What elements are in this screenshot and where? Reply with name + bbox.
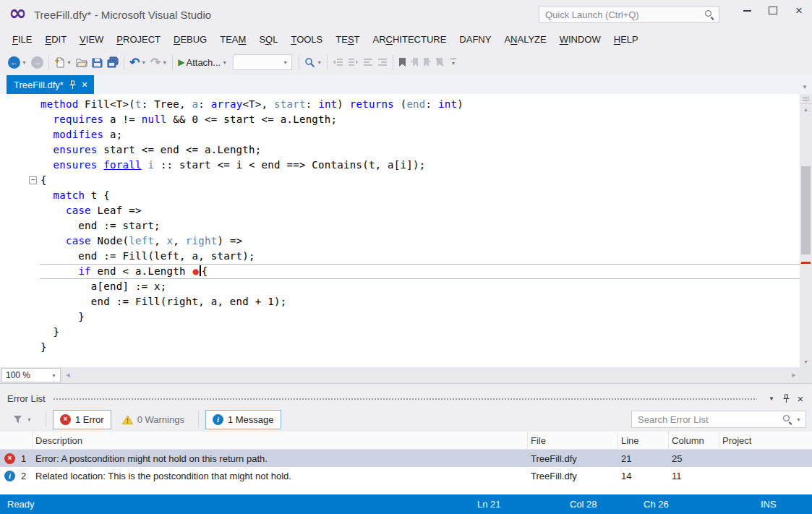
code-line[interactable]: −{ (0, 173, 800, 188)
menu-sql[interactable]: SQL (252, 30, 284, 48)
code-line[interactable]: case Node(left, x, right) => (0, 234, 800, 249)
attach-button[interactable]: ▶ Attach... ▼ (176, 53, 229, 72)
vertical-scrollbar-thumb[interactable] (801, 166, 811, 254)
toolbar-options-button[interactable]: ▼ (450, 59, 456, 66)
error-list-search-box[interactable]: ▼ (631, 411, 806, 428)
pin-icon[interactable] (779, 394, 793, 403)
menu-file[interactable]: FILE (6, 30, 38, 48)
menu-project[interactable]: PROJECT (110, 30, 167, 48)
new-file-button[interactable]: ▼ (52, 53, 74, 72)
code-line[interactable]: ensures forall i :: start <= i < end ==>… (0, 158, 800, 173)
chevron-down-icon[interactable]: ▼ (796, 417, 801, 422)
save-button[interactable] (90, 53, 105, 72)
toggle-bookmark-button[interactable] (396, 53, 409, 72)
quick-launch-box[interactable] (539, 6, 719, 23)
file-column-header[interactable]: File (528, 432, 618, 449)
code-line[interactable]: ensures start <= end <= a.Length; (0, 142, 800, 158)
undo-button[interactable]: ↶ ▼ (127, 53, 148, 72)
find-in-files-button[interactable]: ▼ (302, 53, 324, 72)
menu-test[interactable]: TEST (329, 30, 366, 48)
decrease-indent-button[interactable] (330, 53, 346, 72)
menu-debug[interactable]: DEBUG (167, 30, 213, 48)
next-bookmark-button[interactable] (421, 53, 433, 72)
menu-architecture[interactable]: ARCHITECTURE (367, 30, 453, 48)
close-panel-icon[interactable]: × (793, 393, 808, 405)
menu-help[interactable]: HELP (607, 30, 645, 48)
current-code-line[interactable]: if end < a.Length ●{ (0, 264, 800, 279)
fold-collapse-icon[interactable]: − (29, 176, 37, 184)
redo-button[interactable]: ↷ ▼ (148, 53, 169, 72)
code-line[interactable]: } (0, 340, 800, 355)
error-list-header[interactable]: Error List ▼ × (0, 390, 812, 407)
tab-close-icon[interactable]: × (82, 80, 87, 90)
maximize-button[interactable] (760, 0, 786, 21)
code-line[interactable]: } (0, 325, 800, 340)
scroll-left-icon[interactable]: ◀ (62, 367, 74, 383)
scroll-up-icon[interactable]: ▲ (800, 104, 812, 115)
description-column-header[interactable]: Description (33, 432, 528, 449)
code-line[interactable]: match t { (0, 188, 800, 203)
code-line[interactable]: end := Fill(right, a, end + 1); (0, 294, 800, 309)
line-column-header[interactable]: Line (618, 432, 669, 449)
error-list-search-input[interactable] (636, 414, 779, 426)
editor-split-handle[interactable] (800, 94, 812, 104)
horizontal-scrollbar[interactable] (74, 367, 788, 383)
save-all-button[interactable] (105, 53, 121, 72)
code-line[interactable]: end := start; (0, 218, 800, 234)
minimize-button[interactable] (734, 0, 760, 21)
tab-list-icon[interactable]: ▼ (802, 84, 808, 90)
menu-team[interactable]: TEAM (213, 30, 252, 48)
scroll-down-icon[interactable]: ▼ (800, 356, 812, 367)
chevron-down-icon[interactable]: ▼ (22, 60, 27, 65)
menu-view[interactable]: VIEW (73, 30, 110, 48)
pin-icon[interactable] (69, 80, 76, 90)
zoom-combo[interactable]: 100 % ▼ (1, 368, 61, 382)
code-editor[interactable]: method Fill<T>(t: Tree, a: array<T>, sta… (0, 94, 812, 367)
panel-splitter[interactable] (0, 383, 812, 390)
navigate-backward-button[interactable]: ← ▼ (6, 53, 29, 72)
window-position-icon[interactable]: ▼ (764, 395, 779, 402)
code-line[interactable]: method Fill<T>(t: Tree, a: array<T>, sta… (0, 97, 800, 112)
code-line[interactable]: requires a != null && 0 <= start <= a.Le… (0, 112, 800, 127)
previous-bookmark-button[interactable] (409, 53, 421, 72)
menu-analyze[interactable]: ANALYZE (497, 30, 552, 48)
code-line[interactable]: end := Fill(left, a, start); (0, 249, 800, 264)
solution-configurations-combo[interactable]: ▼ (233, 54, 292, 70)
quick-launch-input[interactable] (544, 9, 701, 21)
scroll-right-icon[interactable]: ▶ (788, 367, 800, 383)
navigate-forward-button[interactable]: → (29, 53, 46, 72)
uncomment-button[interactable] (375, 53, 390, 72)
menu-window[interactable]: WINDOW (553, 30, 607, 48)
code-line[interactable]: case Leaf => (0, 203, 800, 218)
severity-column-header[interactable] (0, 432, 33, 449)
chevron-down-icon[interactable]: ▼ (141, 60, 146, 65)
code-line[interactable]: modifies a; (0, 127, 800, 142)
panel-drag-grip[interactable] (53, 397, 757, 401)
menu-tools[interactable]: TOOLS (284, 30, 329, 48)
message-icon: i (4, 471, 15, 481)
chevron-down-icon[interactable]: ▼ (317, 60, 322, 65)
error-list-row[interactable]: i2Related location: This is the postcond… (0, 467, 812, 484)
chevron-down-icon[interactable]: ▼ (222, 60, 227, 65)
warnings-filter-button[interactable]: 0 Warnings (115, 410, 192, 429)
open-file-button[interactable] (74, 53, 90, 72)
menu-dafny[interactable]: DAFNY (453, 30, 497, 48)
close-button[interactable]: × (786, 0, 812, 21)
project-column-header[interactable]: Project (719, 432, 812, 449)
increase-indent-button[interactable] (346, 53, 361, 72)
chevron-down-icon[interactable]: ▼ (67, 60, 72, 65)
column-column-header[interactable]: Column (669, 432, 719, 449)
tab-treefill[interactable]: TreeFill.dfy* × (7, 75, 94, 94)
chevron-down-icon[interactable]: ▼ (162, 60, 167, 65)
code-line[interactable]: a[end] := x; (0, 279, 800, 294)
comment-button[interactable] (361, 53, 375, 72)
clear-bookmarks-button[interactable] (433, 53, 446, 72)
errors-filter-button[interactable]: × 1 Error (53, 410, 111, 429)
clear-bookmarks-icon (435, 57, 444, 67)
vertical-scrollbar[interactable]: ▲ ▼ (800, 94, 812, 367)
filter-button[interactable]: ▼ (6, 410, 39, 429)
menu-edit[interactable]: EDIT (38, 30, 73, 48)
code-line[interactable]: } (0, 309, 800, 325)
error-list-row[interactable]: ×1Error: A postcondition might not hold … (0, 450, 812, 467)
messages-filter-button[interactable]: i 1 Message (205, 410, 281, 429)
